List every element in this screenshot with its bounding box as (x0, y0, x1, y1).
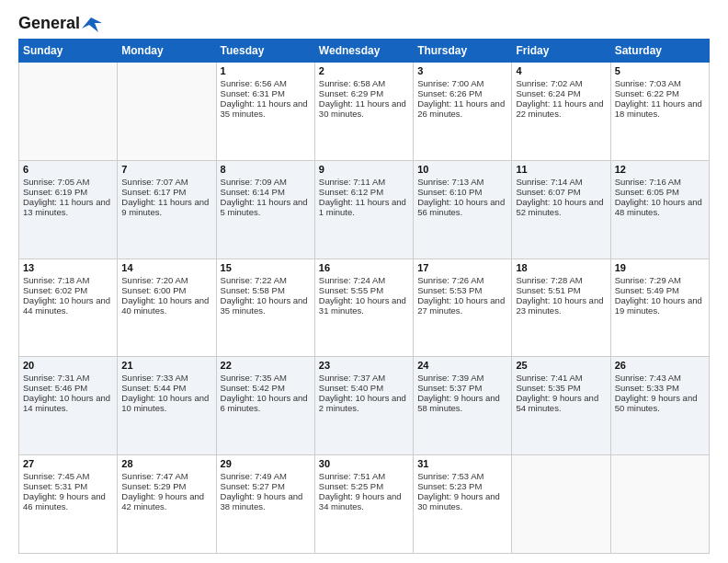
daylight-text: Daylight: 9 hours and 54 minutes. (516, 393, 598, 413)
daylight-text: Daylight: 9 hours and 34 minutes. (319, 491, 402, 511)
sunset-text: Sunset: 5:58 PM (221, 285, 285, 295)
sunrise-text: Sunrise: 7:43 AM (615, 373, 681, 383)
page: General SundayMondayTuesdayWednesdayThur… (0, 0, 728, 563)
calendar-cell: 4Sunrise: 7:02 AMSunset: 6:24 PMDaylight… (512, 63, 610, 161)
daylight-text: Daylight: 11 hours and 9 minutes. (121, 197, 209, 217)
calendar-cell: 30Sunrise: 7:51 AMSunset: 5:25 PMDayligh… (314, 455, 413, 554)
day-number: 30 (319, 458, 409, 469)
calendar-cell: 20Sunrise: 7:31 AMSunset: 5:46 PMDayligh… (19, 357, 118, 455)
calendar-cell: 10Sunrise: 7:13 AMSunset: 6:10 PMDayligh… (414, 160, 512, 259)
calendar-cell (19, 63, 118, 161)
sunrise-text: Sunrise: 6:56 AM (221, 78, 287, 88)
sunset-text: Sunset: 5:31 PM (23, 481, 87, 491)
day-number: 17 (417, 262, 507, 273)
calendar-cell: 3Sunrise: 7:00 AMSunset: 6:26 PMDaylight… (414, 63, 512, 161)
calendar-cell: 27Sunrise: 7:45 AMSunset: 5:31 PMDayligh… (19, 455, 118, 554)
sunset-text: Sunset: 5:25 PM (319, 481, 383, 491)
calendar-cell: 8Sunrise: 7:09 AMSunset: 6:14 PMDaylight… (216, 160, 314, 259)
day-number: 11 (516, 164, 606, 175)
sunrise-text: Sunrise: 7:09 AM (221, 177, 287, 187)
sunset-text: Sunset: 6:22 PM (615, 88, 679, 98)
sunset-text: Sunset: 5:53 PM (417, 285, 482, 295)
daylight-text: Daylight: 10 hours and 31 minutes. (319, 295, 406, 316)
calendar-cell: 28Sunrise: 7:47 AMSunset: 5:29 PMDayligh… (118, 455, 216, 554)
calendar-cell: 2Sunrise: 6:58 AMSunset: 6:29 PMDaylight… (314, 63, 413, 161)
day-number: 12 (615, 164, 705, 175)
calendar-cell: 23Sunrise: 7:37 AMSunset: 5:40 PMDayligh… (314, 357, 413, 455)
day-number: 3 (417, 65, 507, 76)
sunrise-text: Sunrise: 7:24 AM (319, 275, 385, 285)
day-header-sunday: Sunday (19, 40, 118, 63)
sunset-text: Sunset: 5:46 PM (23, 383, 87, 393)
calendar-week-2: 6Sunrise: 7:05 AMSunset: 6:19 PMDaylight… (19, 160, 710, 259)
sunrise-text: Sunrise: 7:33 AM (121, 373, 188, 383)
calendar-cell: 18Sunrise: 7:28 AMSunset: 5:51 PMDayligh… (512, 259, 610, 357)
calendar-cell (118, 63, 216, 161)
calendar-week-1: 1Sunrise: 6:56 AMSunset: 6:31 PMDaylight… (19, 63, 710, 161)
day-number: 23 (319, 360, 409, 371)
sunset-text: Sunset: 5:49 PM (615, 285, 679, 295)
day-number: 28 (121, 458, 211, 469)
sunset-text: Sunset: 5:51 PM (516, 285, 580, 295)
calendar-cell: 24Sunrise: 7:39 AMSunset: 5:37 PMDayligh… (414, 357, 512, 455)
daylight-text: Daylight: 10 hours and 40 minutes. (121, 295, 209, 316)
calendar-cell: 21Sunrise: 7:33 AMSunset: 5:44 PMDayligh… (118, 357, 216, 455)
day-number: 26 (615, 360, 705, 371)
daylight-text: Daylight: 11 hours and 18 minutes. (615, 98, 702, 119)
day-number: 13 (23, 262, 113, 273)
calendar-week-3: 13Sunrise: 7:18 AMSunset: 6:02 PMDayligh… (19, 259, 710, 357)
sunrise-text: Sunrise: 7:00 AM (417, 78, 483, 88)
daylight-text: Daylight: 10 hours and 14 minutes. (23, 393, 110, 413)
logo-bird-icon (82, 16, 102, 32)
daylight-text: Daylight: 11 hours and 35 minutes. (221, 98, 308, 119)
day-number: 2 (319, 65, 409, 76)
calendar-week-5: 27Sunrise: 7:45 AMSunset: 5:31 PMDayligh… (19, 455, 710, 554)
day-number: 22 (221, 360, 311, 371)
day-number: 6 (23, 164, 113, 175)
day-header-friday: Friday (512, 40, 610, 63)
logo-general: General (18, 14, 80, 33)
day-number: 16 (319, 262, 409, 273)
sunrise-text: Sunrise: 7:49 AM (221, 471, 287, 481)
sunset-text: Sunset: 6:19 PM (23, 187, 87, 197)
calendar-cell: 16Sunrise: 7:24 AMSunset: 5:55 PMDayligh… (314, 259, 413, 357)
sunrise-text: Sunrise: 7:35 AM (221, 373, 287, 383)
calendar-cell: 5Sunrise: 7:03 AMSunset: 6:22 PMDaylight… (610, 63, 709, 161)
calendar-cell: 29Sunrise: 7:49 AMSunset: 5:27 PMDayligh… (216, 455, 314, 554)
daylight-text: Daylight: 10 hours and 10 minutes. (121, 393, 209, 413)
calendar-table: SundayMondayTuesdayWednesdayThursdayFrid… (18, 39, 710, 554)
day-number: 19 (615, 262, 705, 273)
day-number: 18 (516, 262, 606, 273)
daylight-text: Daylight: 10 hours and 35 minutes. (221, 295, 308, 316)
sunset-text: Sunset: 6:17 PM (121, 187, 186, 197)
sunset-text: Sunset: 6:14 PM (221, 187, 285, 197)
sunrise-text: Sunrise: 7:11 AM (319, 177, 385, 187)
daylight-text: Daylight: 10 hours and 56 minutes. (417, 197, 505, 217)
sunrise-text: Sunrise: 7:05 AM (23, 177, 89, 187)
sunrise-text: Sunrise: 7:22 AM (221, 275, 287, 285)
sunrise-text: Sunrise: 7:41 AM (516, 373, 582, 383)
daylight-text: Daylight: 10 hours and 19 minutes. (615, 295, 702, 316)
sunset-text: Sunset: 5:27 PM (221, 481, 285, 491)
calendar-header-row: SundayMondayTuesdayWednesdayThursdayFrid… (19, 40, 710, 63)
sunrise-text: Sunrise: 7:28 AM (516, 275, 582, 285)
calendar-cell: 31Sunrise: 7:53 AMSunset: 5:23 PMDayligh… (414, 455, 512, 554)
day-header-tuesday: Tuesday (216, 40, 314, 63)
header: General (18, 14, 710, 31)
svg-marker-0 (82, 17, 102, 32)
daylight-text: Daylight: 9 hours and 38 minutes. (221, 491, 303, 511)
daylight-text: Daylight: 9 hours and 46 minutes. (23, 491, 106, 511)
calendar-cell: 17Sunrise: 7:26 AMSunset: 5:53 PMDayligh… (414, 259, 512, 357)
sunset-text: Sunset: 6:10 PM (417, 187, 482, 197)
calendar-cell (512, 455, 610, 554)
day-number: 15 (221, 262, 311, 273)
sunrise-text: Sunrise: 7:29 AM (615, 275, 681, 285)
day-header-wednesday: Wednesday (314, 40, 413, 63)
sunset-text: Sunset: 5:35 PM (516, 383, 580, 393)
daylight-text: Daylight: 11 hours and 13 minutes. (23, 197, 110, 217)
day-number: 29 (221, 458, 311, 469)
logo: General (18, 14, 102, 31)
day-number: 14 (121, 262, 211, 273)
sunrise-text: Sunrise: 7:07 AM (121, 177, 188, 187)
daylight-text: Daylight: 10 hours and 48 minutes. (615, 197, 702, 217)
